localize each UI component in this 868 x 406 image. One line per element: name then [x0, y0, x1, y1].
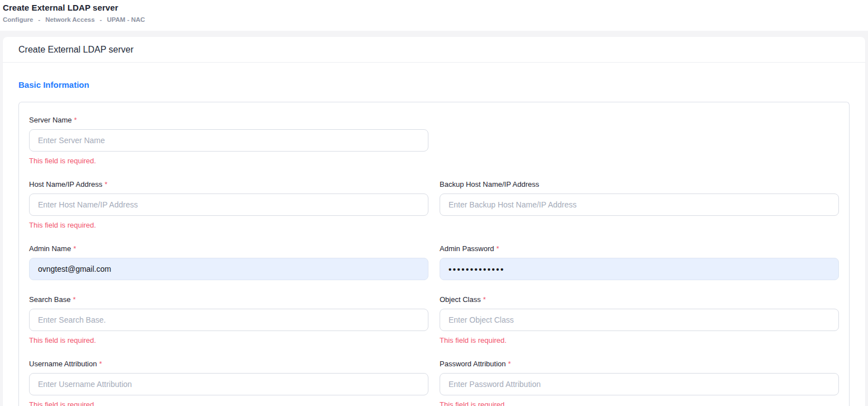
admin-name-input[interactable]: [29, 258, 428, 280]
host-name-label: Host Name/IP Address*: [29, 180, 428, 188]
breadcrumb-item-configure[interactable]: Configure: [3, 16, 33, 23]
basic-information-fieldset: Server Name* This field is required. Hos…: [18, 102, 850, 406]
object-class-label-text: Object Class: [440, 295, 481, 304]
backup-host-input[interactable]: [440, 193, 839, 216]
form-grid: Server Name* This field is required. Hos…: [29, 116, 839, 406]
field-search-base: Search Base* This field is required.: [29, 295, 428, 344]
search-base-input[interactable]: [29, 309, 428, 331]
host-name-error: This field is required.: [29, 221, 428, 229]
field-server-name: Server Name* This field is required.: [29, 116, 428, 165]
card-body: Basic Information Server Name* This fiel…: [3, 63, 865, 406]
password-attribution-label: Password Attribution*: [440, 360, 839, 368]
server-name-label: Server Name*: [29, 116, 428, 124]
search-base-label: Search Base*: [29, 295, 428, 304]
required-asterisk: *: [73, 244, 76, 253]
required-asterisk: *: [99, 360, 102, 368]
object-class-error: This field is required.: [440, 336, 839, 344]
admin-name-label: Admin Name*: [29, 244, 428, 253]
admin-password-label: Admin Password*: [440, 244, 839, 253]
object-class-label: Object Class*: [440, 295, 839, 304]
empty-cell: [440, 116, 839, 165]
card-header: Create External LDAP server: [3, 37, 865, 63]
breadcrumb-item-network-access[interactable]: Network Access: [45, 16, 94, 23]
admin-name-label-text: Admin Name: [29, 244, 71, 253]
host-name-input[interactable]: [29, 193, 428, 216]
field-username-attribution: Username Attribution* This field is requ…: [29, 360, 428, 406]
admin-password-input[interactable]: [440, 258, 839, 280]
section-title-basic-information: Basic Information: [18, 80, 850, 89]
card-title: Create External LDAP server: [18, 45, 133, 54]
server-name-error: This field is required.: [29, 157, 428, 165]
password-attribution-error: This field is required.: [440, 400, 839, 406]
field-password-attribution: Password Attribution* This field is requ…: [440, 360, 839, 406]
page-header: Create External LDAP server Configure - …: [0, 0, 868, 31]
breadcrumb-item-upam-nac[interactable]: UPAM - NAC: [107, 16, 145, 23]
backup-host-label: Backup Host Name/IP Address: [440, 180, 839, 188]
create-ldap-card: Create External LDAP server Basic Inform…: [3, 37, 865, 406]
admin-password-label-text: Admin Password: [440, 244, 494, 253]
required-asterisk: *: [497, 244, 499, 253]
server-name-label-text: Server Name: [29, 116, 72, 124]
required-asterisk: *: [104, 180, 107, 188]
content-background: Create External LDAP server Basic Inform…: [0, 31, 868, 406]
field-object-class: Object Class* This field is required.: [440, 295, 839, 344]
object-class-input[interactable]: [440, 309, 839, 331]
server-name-input[interactable]: [29, 129, 428, 152]
required-asterisk: *: [483, 295, 486, 304]
breadcrumb: Configure - Network Access - UPAM - NAC: [3, 16, 868, 23]
username-attribution-error: This field is required.: [29, 400, 428, 406]
field-host-name: Host Name/IP Address* This field is requ…: [29, 180, 428, 229]
backup-host-label-text: Backup Host Name/IP Address: [440, 180, 539, 188]
password-attribution-label-text: Password Attribution: [440, 360, 506, 368]
required-asterisk: *: [74, 116, 77, 124]
field-backup-host: Backup Host Name/IP Address: [440, 180, 839, 229]
username-attribution-input[interactable]: [29, 373, 428, 395]
search-base-label-text: Search Base: [29, 295, 70, 304]
username-attribution-label: Username Attribution*: [29, 360, 428, 368]
required-asterisk: *: [73, 295, 75, 304]
breadcrumb-separator: -: [38, 16, 40, 23]
breadcrumb-separator: -: [100, 16, 102, 23]
password-attribution-input[interactable]: [440, 373, 839, 395]
field-admin-password: Admin Password*: [440, 244, 839, 280]
host-name-label-text: Host Name/IP Address: [29, 180, 102, 188]
field-admin-name: Admin Name*: [29, 244, 428, 280]
search-base-error: This field is required.: [29, 336, 428, 344]
required-asterisk: *: [508, 360, 511, 368]
page-title: Create External LDAP server: [3, 3, 868, 12]
username-attribution-label-text: Username Attribution: [29, 360, 97, 368]
